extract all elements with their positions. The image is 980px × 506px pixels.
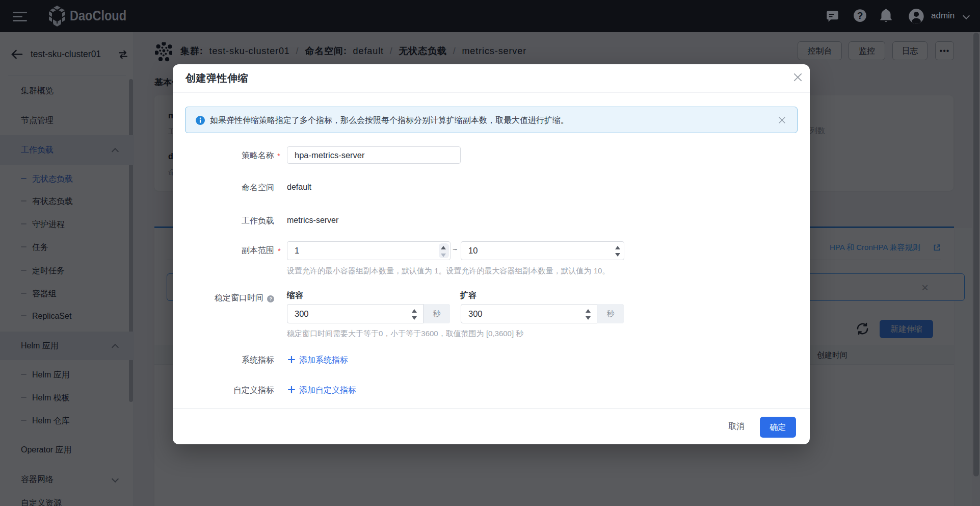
svg-text:?: ?: [269, 296, 272, 301]
svg-text:?: ?: [857, 10, 863, 21]
